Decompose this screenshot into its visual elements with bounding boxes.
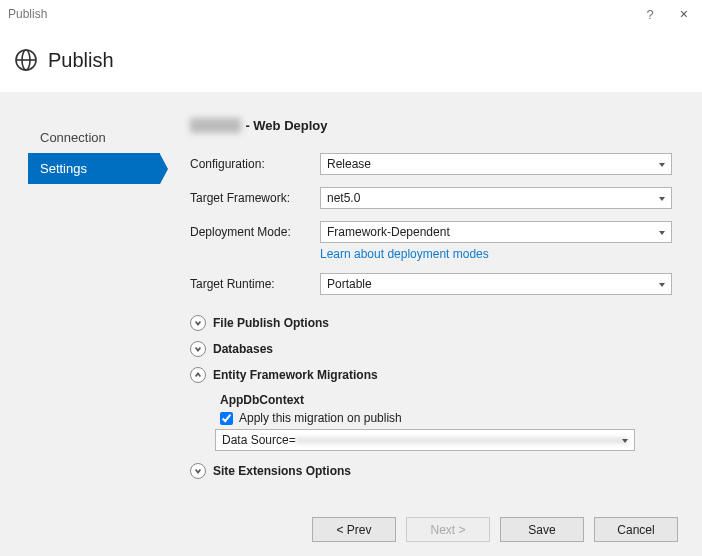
profile-name-hidden: xxxxxx [190, 118, 241, 133]
profile-name-suffix: - Web Deploy [245, 118, 327, 133]
target-runtime-dropdown[interactable]: Portable [320, 273, 672, 295]
row-target-runtime: Target Runtime: Portable [190, 273, 672, 295]
ef-block: AppDbContext Apply this migration on pub… [215, 393, 672, 451]
ef-migrations-label: Entity Framework Migrations [213, 368, 378, 382]
apply-migration-checkbox[interactable] [220, 412, 233, 425]
save-button[interactable]: Save [500, 517, 584, 542]
target-runtime-value: Portable [327, 277, 372, 291]
deployment-mode-dropdown[interactable]: Framework-Dependent [320, 221, 672, 243]
connection-string-dropdown[interactable]: Data Source= xxxxxxxxxxxxxxxxxxxxxxxxxxx… [215, 429, 635, 451]
target-framework-dropdown[interactable]: net5.0 [320, 187, 672, 209]
sidebar-item-connection[interactable]: Connection [28, 122, 160, 153]
deployment-mode-link-row: Learn about deployment modes [320, 247, 672, 261]
prev-button[interactable]: < Prev [312, 517, 396, 542]
apply-migration-row[interactable]: Apply this migration on publish [220, 411, 672, 425]
content: xxxxxx - Web Deploy Configuration: Relea… [160, 92, 702, 556]
configuration-value: Release [327, 157, 371, 171]
section-site-extensions[interactable]: Site Extensions Options [190, 463, 672, 479]
ef-context-name: AppDbContext [220, 393, 672, 407]
title-bar: Publish ? × [0, 0, 702, 28]
close-icon[interactable]: × [674, 6, 694, 22]
main-panel: Connection Settings xxxxxx - Web Deploy … [0, 92, 702, 556]
help-icon[interactable]: ? [647, 7, 654, 22]
connection-hidden: xxxxxxxxxxxxxxxxxxxxxxxxxxxxxxxxxxxxxxxx… [296, 433, 628, 447]
databases-label: Databases [213, 342, 273, 356]
row-configuration: Configuration: Release [190, 153, 672, 175]
chevron-down-icon [190, 315, 206, 331]
button-row: < Prev Next > Save Cancel [312, 517, 678, 542]
window-title: Publish [8, 7, 647, 21]
sidebar: Connection Settings [0, 92, 160, 556]
row-target-framework: Target Framework: net5.0 [190, 187, 672, 209]
site-extensions-label: Site Extensions Options [213, 464, 351, 478]
row-deployment-mode: Deployment Mode: Framework-Dependent [190, 221, 672, 243]
target-runtime-label: Target Runtime: [190, 277, 320, 291]
chevron-down-icon [190, 341, 206, 357]
connection-prefix: Data Source= [222, 433, 296, 447]
deployment-mode-label: Deployment Mode: [190, 225, 320, 239]
chevron-down-icon [190, 463, 206, 479]
configuration-label: Configuration: [190, 157, 320, 171]
globe-icon [14, 48, 38, 72]
header: Publish [0, 28, 702, 92]
section-ef-migrations[interactable]: Entity Framework Migrations [190, 367, 672, 383]
target-framework-value: net5.0 [327, 191, 360, 205]
profile-name: xxxxxx - Web Deploy [190, 118, 672, 133]
target-framework-label: Target Framework: [190, 191, 320, 205]
page-title: Publish [48, 49, 114, 72]
deployment-mode-value: Framework-Dependent [327, 225, 450, 239]
section-file-publish[interactable]: File Publish Options [190, 315, 672, 331]
sidebar-item-settings[interactable]: Settings [28, 153, 160, 184]
next-button: Next > [406, 517, 490, 542]
chevron-up-icon [190, 367, 206, 383]
apply-migration-label: Apply this migration on publish [239, 411, 402, 425]
cancel-button[interactable]: Cancel [594, 517, 678, 542]
configuration-dropdown[interactable]: Release [320, 153, 672, 175]
learn-deployment-modes-link[interactable]: Learn about deployment modes [320, 247, 489, 261]
file-publish-label: File Publish Options [213, 316, 329, 330]
section-databases[interactable]: Databases [190, 341, 672, 357]
